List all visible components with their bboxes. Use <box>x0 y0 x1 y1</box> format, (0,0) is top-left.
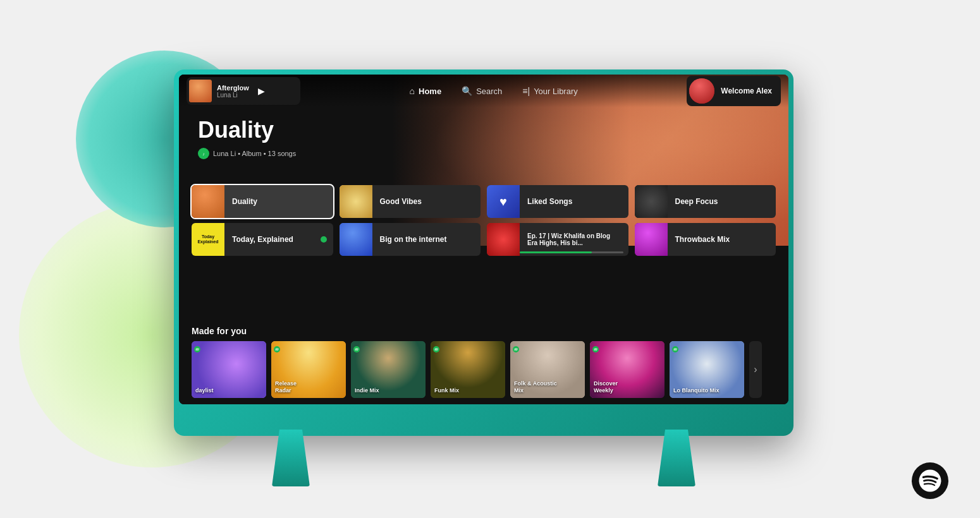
tv-screen: Afterglow Luna Li ▶ ⌂ Home 🔍 Search <box>179 75 788 404</box>
cards-row-1: Duality Good Vibes ♥ Liked Songs <box>192 185 776 218</box>
card-label-wiz: Ep. 17 | Wiz Khalifa on Blog Era Highs, … <box>520 232 628 246</box>
play-icon: ▶ <box>258 86 265 96</box>
mfy-label-funk: Funk Mix <box>434 387 459 394</box>
made-for-you-row: daylist ReleaseRadar Indie Mix <box>192 341 788 398</box>
card-label-likedsongs: Liked Songs <box>520 197 628 206</box>
spotify-dot-discover <box>592 344 599 350</box>
artist-icon: ♪ <box>198 148 209 159</box>
card-liked-songs[interactable]: ♥ Liked Songs <box>487 185 628 218</box>
top-nav: Afterglow Luna Li ▶ ⌂ Home 🔍 Search <box>179 75 788 107</box>
spotify-dot-daylist <box>194 344 200 350</box>
spotify-dot-release <box>274 344 280 350</box>
card-thumb-goodvibes <box>340 185 372 218</box>
nav-search[interactable]: 🔍 Search <box>462 86 502 96</box>
album-title: Duality <box>198 117 296 143</box>
mfy-card-indie[interactable]: Indie Mix <box>351 341 426 398</box>
mfy-card-folk[interactable]: Folk & AcousticMix <box>510 341 585 398</box>
hero-meta-text: Luna Li • Album • 13 songs <box>213 150 296 157</box>
mfy-card-daylist[interactable]: daylist <box>192 341 266 398</box>
progress-bar-fill <box>520 251 592 253</box>
screen-content: Afterglow Luna Li ▶ ⌂ Home 🔍 Search <box>179 75 788 404</box>
quick-access-area: Duality Good Vibes ♥ Liked Songs <box>192 185 776 261</box>
search-label: Search <box>476 87 502 96</box>
today-explained-text: Today Explained <box>192 233 224 245</box>
mfy-card-funk[interactable]: Funk Mix <box>431 341 505 398</box>
library-label: Your Library <box>534 87 578 96</box>
mfy-label-indie: Indie Mix <box>355 387 379 394</box>
now-playing-thumbnail <box>189 80 212 102</box>
mfy-label-discover: DiscoverWeekly <box>594 380 618 394</box>
tv-stand-left <box>272 430 310 486</box>
made-for-you-section: Made for you daylist ReleaseRadar <box>192 326 788 398</box>
nav-home[interactable]: ⌂ Home <box>410 86 442 96</box>
card-thumb-today: Today Explained <box>192 223 224 256</box>
more-icon: › <box>754 364 757 375</box>
user-name: Welcome Alex <box>721 87 772 95</box>
card-duality[interactable]: Duality <box>192 185 333 218</box>
card-thumb-deepfocus <box>635 185 668 218</box>
card-thumb-big <box>340 223 372 256</box>
card-good-vibes[interactable]: Good Vibes <box>340 185 481 218</box>
hero-meta: ♪ Luna Li • Album • 13 songs <box>198 148 296 159</box>
made-for-you-title: Made for you <box>192 326 788 336</box>
new-episode-badge <box>321 236 327 243</box>
spotify-logo <box>912 462 948 499</box>
mfy-label-daylist: daylist <box>195 387 214 394</box>
card-thumb-wiz <box>487 223 520 256</box>
card-deep-focus[interactable]: Deep Focus <box>635 185 776 218</box>
svg-text:♪: ♪ <box>202 152 205 156</box>
mfy-card-release[interactable]: ReleaseRadar <box>271 341 346 398</box>
tv-stand-right <box>658 430 695 486</box>
user-welcome[interactable]: Welcome Alex <box>687 76 781 106</box>
spotify-dot-indie <box>353 344 360 350</box>
card-wiz-khalifa[interactable]: Ep. 17 | Wiz Khalifa on Blog Era Highs, … <box>487 223 628 256</box>
center-nav: ⌂ Home 🔍 Search ≡| Your Library <box>410 86 578 96</box>
card-today-explained[interactable]: Today Explained Today, Explained <box>192 223 333 256</box>
card-label-throwback: Throwback Mix <box>668 235 776 244</box>
card-thumb-throwback <box>635 223 668 256</box>
card-thumb-duality <box>192 185 224 218</box>
user-avatar <box>689 78 714 104</box>
spotify-dot-funk <box>433 344 439 350</box>
home-icon: ⌂ <box>410 86 415 96</box>
mfy-card-more[interactable]: › <box>749 341 762 398</box>
card-label-duality: Duality <box>224 197 333 206</box>
search-icon: 🔍 <box>462 86 472 96</box>
card-label-big: Big on the internet <box>372 235 481 244</box>
episode-progress-bar <box>520 251 623 253</box>
mfy-label-folk: Folk & AcousticMix <box>514 380 557 394</box>
mfy-card-discover[interactable]: DiscoverWeekly <box>590 341 665 398</box>
tv-frame: Afterglow Luna Li ▶ ⌂ Home 🔍 Search <box>174 69 793 436</box>
home-label: Home <box>419 87 441 96</box>
card-thumb-likedsongs: ♥ <box>487 185 520 218</box>
spotify-dot-folk <box>513 344 519 350</box>
card-big-on-internet[interactable]: Big on the internet <box>340 223 481 256</box>
heart-icon: ♥ <box>499 195 507 209</box>
cards-row-2: Today Explained Today, Explained Big on … <box>192 223 776 256</box>
card-label-goodvibes: Good Vibes <box>372 197 481 206</box>
spotify-dot-loblanquito <box>672 344 678 350</box>
mfy-label-loblanquito: Lo Blanquito Mix <box>673 387 720 394</box>
nav-library[interactable]: ≡| Your Library <box>522 86 577 96</box>
now-playing-title: Afterglow <box>217 84 249 92</box>
card-label-today: Today, Explained <box>224 235 321 244</box>
mfy-card-loblanquito[interactable]: Lo Blanquito Mix <box>670 341 744 398</box>
card-label-deepfocus: Deep Focus <box>668 197 776 206</box>
mfy-label-release: ReleaseRadar <box>275 380 297 394</box>
library-icon: ≡| <box>522 86 530 96</box>
now-playing-artist: Luna Li <box>217 92 249 99</box>
hero-text-area: Duality ♪ Luna Li • Album • 13 songs <box>198 117 296 159</box>
card-throwback-mix[interactable]: Throwback Mix <box>635 223 776 256</box>
now-playing-bar[interactable]: Afterglow Luna Li ▶ <box>187 77 300 105</box>
now-playing-info: Afterglow Luna Li <box>217 84 249 99</box>
